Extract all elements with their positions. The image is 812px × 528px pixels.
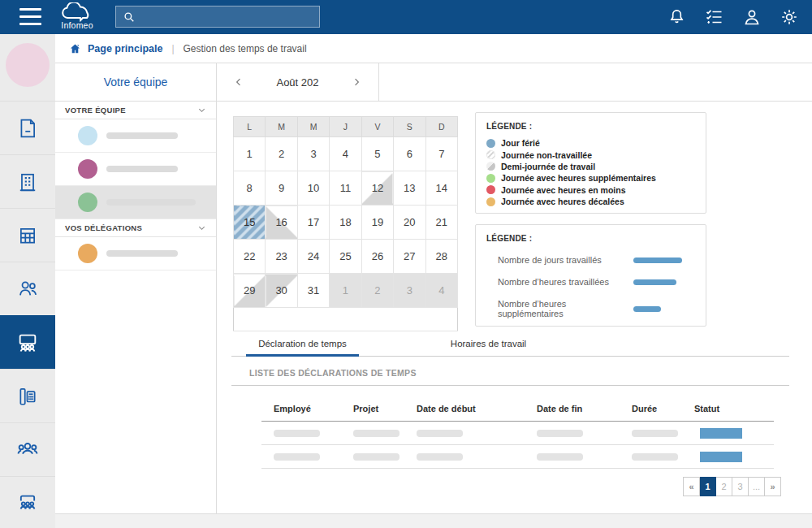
cell-placeholder [537,430,583,437]
counter-label: Nombre d’heures travaillées [498,277,633,287]
calendar-day-cell[interactable]: 26 [361,240,393,274]
previous-month-button[interactable] [233,76,244,88]
sidebar-item-building[interactable] [0,154,55,208]
calendar-day-cell[interactable]: 25 [330,240,361,274]
profile-avatar[interactable] [6,43,50,87]
calendar-day-cell[interactable]: 28 [425,240,457,274]
calendar-day-cell[interactable]: 11 [330,171,361,206]
calendar-day-cell[interactable]: 8 [234,171,266,206]
first-page-button[interactable]: « [683,477,700,496]
page-ellipsis: ... [749,477,765,496]
calendar-day-header: M [297,117,329,137]
sidebar-item-team-board[interactable] [0,315,55,369]
calendar-filler [234,308,458,331]
counter-row: Nombre de jours travaillés [486,255,695,265]
last-page-button[interactable]: » [765,477,781,496]
pagination: «123...» [683,477,781,496]
calendar-day-cell[interactable]: 24 [297,240,329,274]
counter-value-bar [633,258,682,263]
legend-item-label: Journée avec heures supplémentaires [501,173,656,183]
column-header: Statut [694,404,774,413]
table-row[interactable] [261,445,774,469]
task-list-icon[interactable] [704,7,724,27]
home-icon [69,43,81,54]
tab-bar: Déclaration de tempsHoraires de travail [231,339,789,357]
cell-placeholder [274,430,320,437]
counter-label: Nombre de jours travaillés [498,255,633,265]
calendar-day-cell[interactable]: 10 [297,171,329,206]
team-member-row[interactable] [55,153,216,186]
legend-item: Demi-journée de travail [486,161,695,172]
team-section-header[interactable]: VOS DÉLÉGATIONS [55,219,216,237]
calendar-day-cell[interactable]: 14 [425,171,457,206]
counter-label: Nombre d’heures supplémentaires [498,299,633,318]
calendar-day-cell[interactable]: 4 [330,137,361,171]
team-panel: Votre équipe VOTRE ÉQUIPEVOS DÉLÉGATIONS [55,63,217,513]
gear-icon[interactable] [780,7,799,27]
calendar-day-cell[interactable]: 1 [234,137,266,171]
tab-declaration-de-temps[interactable]: Déclaration de temps [246,339,359,357]
sidebar-item-users[interactable] [0,262,55,315]
calendar-day-cell[interactable]: 29 [234,274,266,308]
bell-icon[interactable] [667,7,686,27]
search-icon [122,10,136,24]
table-cell [537,453,632,461]
search-box[interactable] [115,6,320,28]
breadcrumb-home-link[interactable]: Page principale [69,43,162,54]
calendar-day-cell[interactable]: 30 [266,274,297,308]
team-member-row[interactable] [55,237,216,270]
calendar-day-cell[interactable]: 23 [266,240,297,274]
calendar-day-cell[interactable]: 31 [297,274,329,308]
calendar-day-cell[interactable]: 17 [297,206,329,240]
calendar-day-cell[interactable]: 20 [394,206,425,240]
team-section-header[interactable]: VOTRE ÉQUIPE [55,102,216,119]
calendar-day-cell[interactable]: 15 [234,206,266,240]
calendar-day-cell: 2 [361,274,393,308]
calendar-day-cell[interactable]: 6 [394,137,425,171]
table-cell [417,453,537,461]
tab-horaires-de-travail[interactable]: Horaires de travail [432,339,545,357]
spreadsheet-icon [17,225,38,246]
calendar-day-header: S [394,117,425,137]
calendar-day-cell: 4 [425,274,457,308]
sidebar-item-spreadsheet[interactable] [0,208,55,262]
calendar-day-cell[interactable]: 13 [394,171,425,206]
avatar [78,126,97,145]
calendar-day-header: L [234,117,266,137]
calendar-day-cell[interactable]: 18 [330,206,361,240]
sidebar-item-team-outline[interactable] [0,476,55,528]
next-month-button[interactable] [351,76,362,88]
page-1[interactable]: 1 [700,477,716,496]
team-member-row[interactable] [55,186,216,219]
column-header: Projet [353,404,417,413]
calendar-day-cell[interactable]: 19 [361,206,393,240]
calendar-day-cell[interactable]: 21 [425,206,457,240]
team-member-row[interactable] [55,119,216,153]
top-navbar: Infomeo [0,0,812,34]
calendar-day-cell: 1 [330,274,361,308]
legend-item-label: Jour férié [501,138,540,148]
page-2[interactable]: 2 [716,477,732,496]
table-row[interactable] [261,422,774,445]
sidebar-item-people-group[interactable] [0,422,55,476]
calendar-day-cell[interactable]: 22 [234,240,266,274]
cell-placeholder [353,430,400,437]
page-3[interactable]: 3 [732,477,749,496]
hamburger-menu-icon[interactable] [19,8,41,25]
calendar-day-cell[interactable]: 12 [361,171,393,206]
calendar-day-cell[interactable]: 9 [266,171,297,206]
user-icon[interactable] [742,7,762,27]
breadcrumb-home-label: Page principale [88,43,162,54]
calendar-day-cell[interactable]: 16 [266,206,297,240]
calendar-day-cell[interactable]: 7 [425,137,457,171]
calendar-day-cell[interactable]: 3 [297,137,329,171]
calendar-day-cell[interactable]: 2 [266,137,297,171]
calendar-day-cell[interactable]: 5 [361,137,393,171]
member-name-placeholder [106,250,178,257]
search-input[interactable] [136,11,313,24]
sidebar-item-file[interactable] [0,101,55,154]
sidebar-item-fax[interactable] [0,369,55,422]
calendar-day-cell[interactable]: 27 [394,240,425,274]
app-logo[interactable]: Infomeo [57,2,97,30]
counters-legend: LÉGENDE : Nombre de jours travaillésNomb… [475,224,706,327]
